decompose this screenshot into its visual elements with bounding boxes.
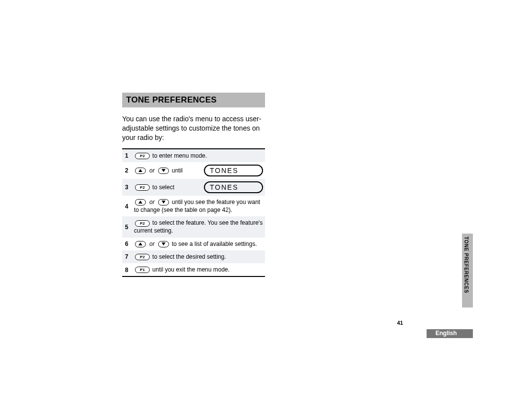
step-text: P2 to select (131, 183, 200, 191)
step-text: P2 to select the desired setting. (131, 253, 263, 261)
intro-paragraph: You can use the radio's menu to access u… (122, 114, 265, 142)
step-text: or until you see the feature you want to… (131, 198, 263, 214)
step-text-after: to select the desired setting. (152, 253, 226, 260)
down-button-icon (158, 168, 169, 174)
until-text: until (172, 167, 183, 174)
step-text-after: to see a list of available settings. (172, 240, 257, 247)
step-row: 3 P2 to select TONES (122, 179, 265, 196)
step-text-after: until you exit the menu mode. (152, 266, 230, 273)
svg-marker-5 (162, 242, 166, 245)
step-number: 8 (122, 266, 131, 274)
p1-button-icon: P1 (135, 267, 150, 273)
side-tab: TONE PREFERENCES (462, 234, 473, 308)
section-heading: TONE PREFERENCES (122, 93, 265, 107)
p2-button-icon: P2 (135, 220, 150, 227)
step-number: 1 (122, 152, 131, 159)
down-button-icon (158, 199, 169, 206)
lcd-display: TONES (204, 165, 263, 176)
step-display: TONES (204, 165, 263, 176)
or-text: or (149, 167, 155, 174)
step-number: 4 (122, 203, 131, 210)
svg-marker-0 (138, 169, 142, 172)
svg-marker-4 (138, 242, 142, 245)
or-text: or (149, 199, 155, 206)
down-button-icon (158, 241, 169, 247)
up-button-icon (135, 241, 146, 247)
step-row: 4 or until you see the feature you want … (122, 196, 265, 216)
up-button-icon (135, 168, 146, 174)
p2-button-icon: P2 (135, 254, 150, 260)
step-number: 7 (122, 253, 131, 260)
manual-page: TONE PREFERENCES You can use the radio's… (0, 0, 532, 411)
or-text: or (149, 240, 155, 247)
p2-button-icon: P2 (135, 153, 150, 159)
language-footer: English (427, 329, 473, 338)
step-row: 2 or until TONES (122, 162, 265, 179)
step-text: P2 to enter menu mode. (131, 152, 263, 160)
steps-table: 1 P2 to enter menu mode. 2 or unt (122, 148, 265, 277)
step-row: 5 P2 to select the feature. You see the … (122, 216, 265, 237)
step-text-after: to enter menu mode. (152, 152, 207, 159)
step-row: 7 P2 to select the desired setting. (122, 250, 265, 263)
up-button-icon (135, 199, 146, 206)
step-display: TONES (204, 181, 263, 193)
step-number: 2 (122, 167, 131, 174)
step-row: 8 P1 until you exit the menu mode. (122, 263, 265, 277)
svg-marker-3 (162, 201, 166, 204)
lcd-display: TONES (204, 181, 263, 193)
step-text: P1 until you exit the menu mode. (131, 266, 263, 274)
step-number: 3 (122, 183, 131, 191)
svg-marker-2 (138, 201, 142, 204)
step-text-after: to select (152, 184, 174, 191)
p2-button-icon: P2 (135, 184, 150, 191)
step-number: 5 (122, 223, 131, 231)
step-text: or to see a list of available settings. (131, 240, 263, 248)
page-number: 41 (397, 320, 403, 326)
step-text: P2 to select the feature. You see the fe… (131, 219, 263, 235)
side-tab-label: TONE PREFERENCES (464, 237, 469, 293)
step-row: 6 or to see a list of available settings… (122, 238, 265, 250)
svg-marker-1 (162, 169, 166, 172)
main-content: TONE PREFERENCES You can use the radio's… (122, 93, 265, 277)
language-label: English (435, 330, 457, 337)
step-text-after: to select the feature. You see the featu… (134, 219, 263, 234)
step-row: 1 P2 to enter menu mode. (122, 149, 265, 162)
step-number: 6 (122, 240, 131, 247)
step-text: or until (131, 167, 200, 174)
